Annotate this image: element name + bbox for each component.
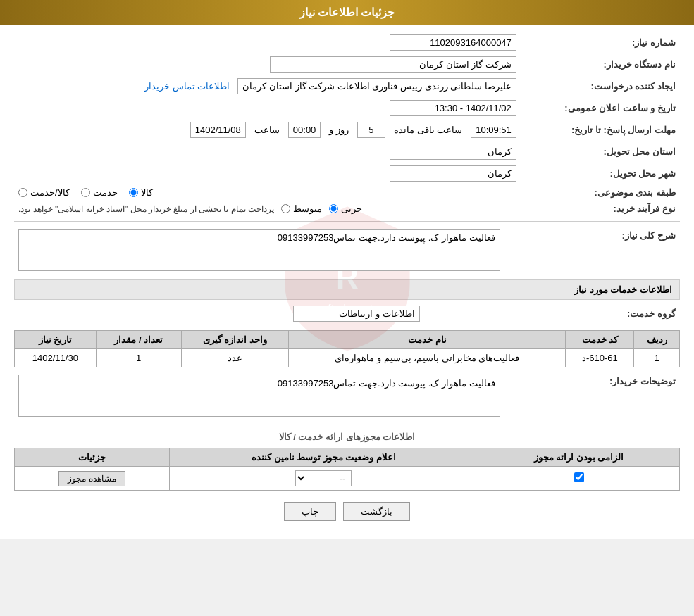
perm-required-checkbox[interactable] xyxy=(574,472,584,482)
page-header: جزئیات اطلاعات نیاز xyxy=(0,0,694,25)
col-row-num: ردیف xyxy=(634,331,680,349)
col-service-code: کد خدمت xyxy=(566,331,634,349)
service-date: 1402/11/30 xyxy=(15,349,97,367)
view-permit-button[interactable]: مشاهده مجوز xyxy=(58,471,125,486)
response-days: 5 xyxy=(357,122,385,138)
category-goods-service-radio[interactable] xyxy=(18,188,27,197)
permissions-header-row: الزامی بودن ارائه مجوز اعلام وضعیت مجوز … xyxy=(15,448,680,467)
buyer-station-value: شرکت گاز استان کرمان xyxy=(14,54,521,75)
response-time-label: ساعت xyxy=(254,125,280,135)
province-label: استان محل تحویل: xyxy=(521,141,680,163)
city-value: کرمان xyxy=(390,165,516,182)
info-table: شماره نیاز: 1102093164000047 نام دستگاه … xyxy=(14,32,680,217)
perm-details-cell: مشاهده مجوز xyxy=(15,467,170,491)
service-quantity: 1 xyxy=(96,349,181,367)
province-cell: کرمان xyxy=(14,141,521,163)
creator-value: علیرضا سلطانی زرندی رییس فناوری اطلاعات … xyxy=(237,78,516,94)
footer-buttons: بازگشت چاپ xyxy=(14,502,680,521)
service-group-label: گروه خدمت: xyxy=(424,303,680,325)
back-button[interactable]: بازگشت xyxy=(343,502,410,521)
response-deadline-label: مهلت ارسال پاسخ: تا تاریخ: xyxy=(521,119,680,141)
purchase-partial-radio[interactable] xyxy=(329,204,338,213)
city-cell: کرمان xyxy=(14,163,521,184)
purchase-medium-item: متوسط xyxy=(281,203,322,214)
buyer-desc-value: فعالیت ماهوار ک. پیوست دارد.جهت تماس0913… xyxy=(18,375,500,417)
province-row: استان محل تحویل: کرمان xyxy=(14,141,680,163)
response-remaining-label: ساعت باقی مانده xyxy=(394,125,462,135)
perm-col-details: جزئیات xyxy=(15,448,170,467)
response-date: 1402/11/08 xyxy=(190,122,246,138)
col-date: تاریخ نیاز xyxy=(15,331,97,349)
watermark-icon: R aftadar.net xyxy=(270,199,425,354)
creator-cell: علیرضا سلطانی زرندی رییس فناوری اطلاعات … xyxy=(14,75,521,97)
need-number-value: 1102093164000047 xyxy=(14,32,521,54)
main-content: R aftadar.net شماره نیاز: 11020931640000… xyxy=(0,25,694,539)
buyer-desc-row: توضیحات خریدار: فعالیت ماهوار ک. پیوست د… xyxy=(14,372,680,420)
category-service-radio[interactable] xyxy=(81,188,90,197)
category-row: طبقه بندی موضوعی: کالا/خدمت خدمت xyxy=(14,184,680,201)
need-desc-label: شرح کلی نیاز: xyxy=(504,226,680,274)
purchase-partial-label: جزیی xyxy=(341,203,362,214)
buyer-desc-label: توضیحات خریدار: xyxy=(504,372,680,420)
purchase-type-label: نوع فرآیند خرید: xyxy=(521,201,680,217)
announce-date-value: 1402/11/02 - 13:30 xyxy=(390,100,516,116)
perm-col-status: اعلام وضعیت مجوز توسط نامین کننده xyxy=(169,448,478,467)
permissions-table-body: -- مشاهده مجوز xyxy=(15,467,680,491)
announce-date-label: تاریخ و ساعت اعلان عمومی: xyxy=(521,97,680,119)
creator-row: ایجاد کننده درخواست: علیرضا سلطانی زرندی… xyxy=(14,75,680,97)
perm-status-select[interactable]: -- xyxy=(295,470,352,486)
permissions-title: اطلاعات مجوزهای ارائه خدمت / کالا xyxy=(279,432,416,442)
category-service-item: خدمت xyxy=(81,187,118,198)
buyer-station-row: نام دستگاه خریدار: شرکت گاز استان کرمان xyxy=(14,54,680,75)
page-title: جزئیات اطلاعات نیاز xyxy=(299,6,395,18)
col-quantity: تعداد / مقدار xyxy=(96,331,181,349)
city-label: شهر محل تحویل: xyxy=(521,163,680,184)
category-service-label: خدمت xyxy=(93,187,118,198)
print-button[interactable]: چاپ xyxy=(284,502,336,521)
purchase-type-row: نوع فرآیند خرید: پرداخت تمام یا بخشی از … xyxy=(14,201,680,217)
buyer-desc-table: توضیحات خریدار: فعالیت ماهوار ک. پیوست د… xyxy=(14,372,680,420)
city-row: شهر محل تحویل: کرمان xyxy=(14,163,680,184)
purchase-partial-item: جزیی xyxy=(329,203,362,214)
perm-required-cell xyxy=(478,467,680,491)
service-group-value: اطلاعات و ارتباطات xyxy=(293,306,420,322)
service-row-num: 1 xyxy=(634,349,680,367)
permissions-table: الزامی بودن ارائه مجوز اعلام وضعیت مجوز … xyxy=(14,448,680,491)
service-code: 610-61-د xyxy=(566,349,634,367)
need-number-label: شماره نیاز: xyxy=(521,32,680,54)
category-goods-radio[interactable] xyxy=(129,188,138,197)
purchase-medium-label: متوسط xyxy=(293,203,322,214)
need-number-row: شماره نیاز: 1102093164000047 xyxy=(14,32,680,54)
response-time: 00:00 xyxy=(288,122,321,138)
purchase-type-description: پرداخت تمام یا بخشی از مبلغ خریداز محل "… xyxy=(18,204,274,214)
service-group-table: گروه خدمت: اطلاعات و ارتباطات xyxy=(14,303,680,325)
purchase-type-cell: پرداخت تمام یا بخشی از مبلغ خریداز محل "… xyxy=(14,201,521,217)
category-radio-group: کالا/خدمت خدمت کالا xyxy=(18,187,516,198)
service-group-row: گروه خدمت: اطلاعات و ارتباطات xyxy=(14,303,680,325)
buyer-station-label: نام دستگاه خریدار: xyxy=(521,54,680,75)
permissions-table-head: الزامی بودن ارائه مجوز اعلام وضعیت مجوز … xyxy=(15,448,680,467)
category-goods-item: کالا xyxy=(129,187,153,198)
province-value: کرمان xyxy=(390,144,516,160)
need-desc-cell: فعالیت ماهوار ک. پیوست دارد.جهت تماس0913… xyxy=(14,226,504,274)
need-desc-value: فعالیت ماهوار ک. پیوست دارد.جهت تماس0913… xyxy=(18,229,500,271)
need-number-box: 1102093164000047 xyxy=(390,34,516,51)
permissions-section: اطلاعات مجوزهای ارائه خدمت / کالا xyxy=(14,427,680,442)
page-wrapper: جزئیات اطلاعات نیاز R aftadar.net شماره … xyxy=(0,0,694,539)
category-cell: کالا/خدمت خدمت کالا xyxy=(14,184,521,201)
purchase-type-options: پرداخت تمام یا بخشی از مبلغ خریداز محل "… xyxy=(18,203,516,214)
response-deadline-row: مهلت ارسال پاسخ: تا تاریخ: 1402/11/08 سا… xyxy=(14,119,680,141)
response-remaining: 10:09:51 xyxy=(471,122,516,138)
announce-date-cell: 1402/11/02 - 13:30 xyxy=(14,97,521,119)
creator-label: ایجاد کننده درخواست: xyxy=(521,75,680,97)
permission-row-1: -- مشاهده مجوز xyxy=(15,467,680,491)
purchase-medium-radio[interactable] xyxy=(281,204,290,213)
buyer-station-box: شرکت گاز استان کرمان xyxy=(270,56,516,73)
perm-col-required: الزامی بودن ارائه مجوز xyxy=(478,448,680,467)
contact-info-link[interactable]: اطلاعات تماس خریدار xyxy=(144,81,230,92)
category-goods-service-item: کالا/خدمت xyxy=(18,187,70,198)
need-desc-table: شرح کلی نیاز: فعالیت ماهوار ک. پیوست دار… xyxy=(14,226,680,274)
category-goods-service-label: کالا/خدمت xyxy=(30,187,70,198)
category-goods-label: کالا xyxy=(141,187,153,198)
need-desc-row: شرح کلی نیاز: فعالیت ماهوار ک. پیوست دار… xyxy=(14,226,680,274)
